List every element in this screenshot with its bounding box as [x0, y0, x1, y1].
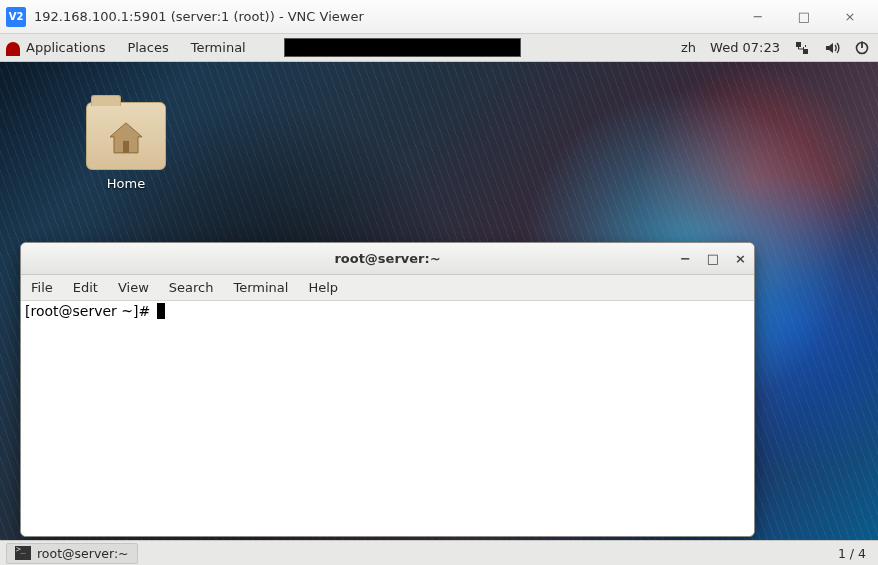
gnome-top-bar: Applications Places Terminal zh Wed 07:2…	[0, 34, 878, 62]
workspace-indicator[interactable]: 1 / 4	[832, 546, 872, 561]
terminal-prompt: [root@server ~]#	[25, 303, 155, 319]
vnc-close-button[interactable]: ×	[836, 9, 864, 24]
terminal-maximize-button[interactable]: □	[707, 251, 719, 266]
desktop-home-label: Home	[86, 176, 166, 191]
terminal-icon	[15, 546, 31, 560]
bottom-taskbar: root@server:~ 1 / 4	[0, 540, 878, 565]
vnc-minimize-button[interactable]: −	[744, 9, 772, 24]
house-icon	[106, 121, 146, 157]
vnc-window-title: 192.168.100.1:5901 (server:1 (root)) - V…	[34, 9, 744, 24]
clock[interactable]: Wed 07:23	[710, 40, 780, 55]
power-icon[interactable]	[854, 40, 870, 56]
terminal-cursor	[157, 303, 165, 319]
terminal-window: root@server:~ − □ × File Edit View Searc…	[20, 242, 755, 537]
terminal-menubar: File Edit View Search Terminal Help	[21, 275, 754, 301]
top-search-box[interactable]	[284, 38, 521, 57]
svg-rect-4	[123, 141, 129, 153]
menu-places[interactable]: Places	[127, 40, 168, 55]
terminal-menu-view[interactable]: View	[118, 280, 149, 295]
svg-rect-1	[803, 49, 808, 54]
desktop[interactable]: Home root@server:~ − □ × File Edit View …	[0, 62, 878, 540]
vnc-titlebar: V2 192.168.100.1:5901 (server:1 (root)) …	[0, 0, 878, 34]
terminal-body[interactable]: [root@server ~]#	[21, 301, 754, 536]
vnc-maximize-button[interactable]: □	[790, 9, 818, 24]
desktop-home-folder[interactable]: Home	[86, 102, 166, 191]
terminal-menu-help[interactable]: Help	[308, 280, 338, 295]
menu-terminal[interactable]: Terminal	[191, 40, 246, 55]
terminal-menu-file[interactable]: File	[31, 280, 53, 295]
ime-indicator[interactable]: zh	[681, 40, 696, 55]
svg-rect-0	[796, 42, 801, 47]
taskbar-item-label: root@server:~	[37, 546, 129, 561]
redhat-logo-icon	[6, 42, 20, 56]
terminal-menu-terminal[interactable]: Terminal	[233, 280, 288, 295]
menu-applications[interactable]: Applications	[26, 40, 105, 55]
terminal-menu-edit[interactable]: Edit	[73, 280, 98, 295]
folder-icon	[86, 102, 166, 170]
terminal-menu-search[interactable]: Search	[169, 280, 214, 295]
vnc-logo-icon: V2	[6, 7, 26, 27]
taskbar-item-terminal[interactable]: root@server:~	[6, 543, 138, 564]
volume-icon[interactable]	[824, 40, 840, 56]
terminal-minimize-button[interactable]: −	[680, 251, 691, 266]
terminal-titlebar[interactable]: root@server:~ − □ ×	[21, 243, 754, 275]
terminal-title: root@server:~	[334, 251, 440, 266]
network-icon[interactable]	[794, 40, 810, 56]
terminal-close-button[interactable]: ×	[735, 251, 746, 266]
